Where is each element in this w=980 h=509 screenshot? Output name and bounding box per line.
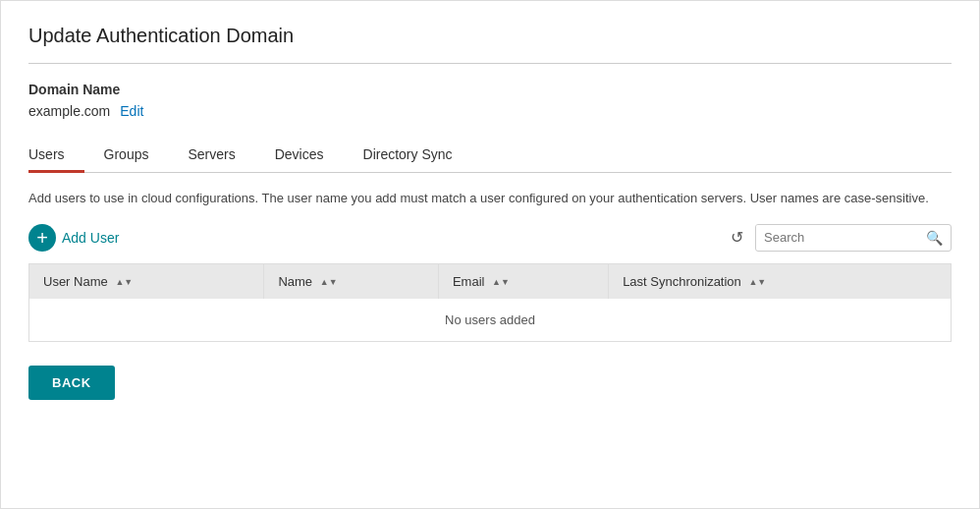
toolbar: + Add User ↺ 🔍: [28, 224, 952, 252]
tab-groups[interactable]: Groups: [84, 139, 169, 173]
col-last-sync[interactable]: Last Synchronization ▲▼: [609, 263, 952, 299]
toolbar-right: ↺ 🔍: [727, 224, 952, 252]
col-name[interactable]: Name ▲▼: [264, 263, 439, 299]
users-table: User Name ▲▼ Name ▲▼ Email ▲▼ Last Synch…: [28, 263, 952, 342]
page-title: Update Authentication Domain: [28, 25, 952, 64]
tab-servers[interactable]: Servers: [168, 139, 254, 173]
back-button[interactable]: BACK: [28, 366, 115, 400]
search-input[interactable]: [756, 225, 918, 250]
table-header-row: User Name ▲▼ Name ▲▼ Email ▲▼ Last Synch…: [29, 263, 952, 299]
col-email[interactable]: Email ▲▼: [438, 263, 608, 299]
domain-name-label: Domain Name: [28, 82, 952, 97]
sort-arrows-name: ▲▼: [320, 278, 338, 287]
search-button[interactable]: 🔍: [918, 225, 951, 251]
sort-arrows-username: ▲▼: [115, 278, 133, 287]
sort-arrows-last-sync: ▲▼: [748, 278, 766, 287]
col-username[interactable]: User Name ▲▼: [29, 263, 264, 299]
sort-arrows-email: ▲▼: [492, 278, 510, 287]
refresh-icon[interactable]: ↺: [727, 224, 747, 251]
table-empty-row: No users added: [29, 299, 952, 342]
domain-value-row: example.com Edit: [28, 103, 952, 119]
search-box: 🔍: [755, 224, 952, 252]
tabs-nav: Users Groups Servers Devices Directory S…: [28, 139, 952, 173]
add-icon: +: [28, 224, 56, 252]
edit-link[interactable]: Edit: [120, 103, 143, 119]
add-user-label: Add User: [62, 230, 119, 246]
domain-value: example.com: [28, 103, 110, 119]
tab-devices[interactable]: Devices: [255, 139, 344, 173]
add-user-button[interactable]: + Add User: [28, 224, 119, 252]
page-container: Update Authentication Domain Domain Name…: [0, 0, 980, 509]
tab-description: Add users to use in cloud configurations…: [28, 189, 952, 208]
tab-users[interactable]: Users: [28, 139, 84, 173]
tab-directory-sync[interactable]: Directory Sync: [344, 139, 472, 173]
empty-message: No users added: [29, 299, 952, 342]
